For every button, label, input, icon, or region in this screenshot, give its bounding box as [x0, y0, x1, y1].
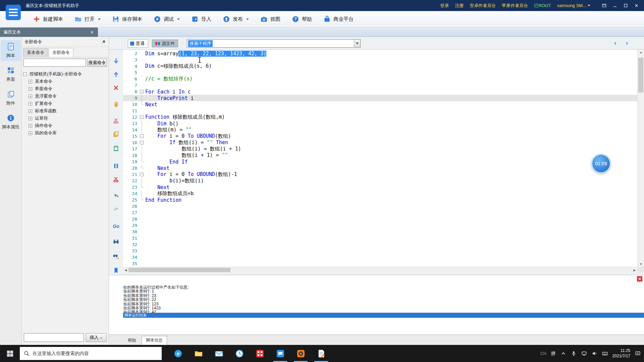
toolbar-button-导入[interactable]: 导入 — [188, 13, 215, 25]
toolbar-button-发布[interactable]: 发布 — [219, 13, 252, 25]
find-icon[interactable] — [112, 238, 120, 245]
code-line[interactable]: 30 — [123, 229, 637, 235]
insert-input[interactable] — [24, 333, 84, 342]
toolbar-button-帮助[interactable]: ?帮助 — [288, 13, 315, 25]
tree-root[interactable]: -按键精灵(手机版)-全部命令 — [23, 70, 107, 78]
code-line[interactable]: 6//c = 数组排序(s) — [123, 76, 637, 82]
source-file-button[interactable]: 源文件 — [152, 40, 178, 47]
nox-app-taskbar-button[interactable] — [290, 345, 311, 362]
code-line[interactable]: 13 Dim b() — [123, 120, 637, 127]
anjian-app-taskbar-button[interactable] — [270, 345, 290, 362]
code-line[interactable]: 27 — [123, 209, 637, 216]
expand-icon[interactable]: + — [29, 102, 32, 106]
mail-taskbar-button[interactable] — [209, 345, 229, 362]
titlebar-link[interactable]: 安卓作者后台 — [470, 3, 496, 9]
language-indicator[interactable]: CH — [540, 351, 546, 356]
combo-dropdown-icon[interactable] — [354, 40, 360, 47]
move-up-icon[interactable] — [112, 71, 120, 78]
close-output-icon[interactable]: ✕ — [637, 276, 642, 282]
sidebar-item-界面[interactable]: 界面 — [1, 64, 21, 85]
code-line[interactable]: 2Dim s=array(1, 23, 22, 123, 1423, 42, 3… — [123, 50, 637, 57]
toolbar-button-打开[interactable]: 打开 — [71, 13, 104, 25]
fold-collapse-icon[interactable]: - — [140, 141, 144, 144]
code-line[interactable]: 34 — [123, 254, 637, 260]
redo-icon[interactable] — [112, 205, 120, 213]
device-selector[interactable]: samsung SM... — [557, 3, 590, 8]
nav-back-icon[interactable]: ‹ — [614, 39, 616, 47]
panel-tab-脚本信息[interactable]: 脚本信息 — [142, 336, 167, 345]
tree-item-基本命令[interactable]: +基本命令 — [23, 78, 107, 85]
document-tab[interactable]: 遍历文本 ✕ — [0, 27, 98, 37]
toolbar-button-抓图[interactable]: 抓图 — [257, 13, 284, 25]
fold-collapse-icon[interactable]: - — [140, 115, 144, 119]
titlebar-link[interactable]: 登录 — [440, 3, 449, 9]
keyboard-icon[interactable] — [602, 351, 608, 356]
horizontal-scroll-thumb[interactable] — [128, 268, 230, 272]
network-icon[interactable] — [581, 351, 587, 356]
bookmark-icon[interactable] — [112, 267, 120, 274]
ime-indicator[interactable]: 拼 — [551, 351, 556, 357]
command-search-input[interactable] — [23, 59, 86, 67]
fold-margin[interactable]: - — [140, 133, 145, 139]
paste-icon[interactable] — [112, 144, 120, 152]
scroll-left-icon[interactable]: ◀ — [123, 267, 128, 273]
code-line[interactable]: 35 — [123, 260, 637, 267]
delete-icon[interactable] — [112, 84, 120, 92]
clock-app-taskbar-button[interactable] — [229, 345, 250, 362]
code-line[interactable]: 8-For Each i In c — [123, 88, 637, 95]
action-center-icon[interactable] — [635, 351, 641, 356]
panel-tab-帮助[interactable]: 帮助 — [124, 337, 140, 345]
sidebar-item-脚本[interactable]: 脚本 — [1, 40, 21, 61]
fold-margin[interactable]: - — [140, 88, 145, 95]
fold-collapse-icon[interactable]: - — [140, 90, 144, 94]
fold-collapse-icon[interactable]: - — [140, 134, 144, 138]
find-next-icon[interactable] — [112, 252, 120, 260]
taskbar-search[interactable]: 在这里输入你要搜索的内容 — [20, 347, 162, 360]
code-line[interactable]: 22 b(i)=数组(i) — [123, 178, 637, 184]
mic-icon[interactable] — [571, 351, 577, 356]
titlebar-link[interactable]: 苹果作者后台 — [502, 3, 528, 9]
code-line[interactable]: 4Dim c=移除数组成员(s, 6) — [123, 63, 637, 69]
expand-icon[interactable]: + — [29, 109, 32, 113]
fold-margin[interactable]: - — [140, 171, 145, 178]
start-button[interactable] — [0, 345, 20, 362]
command-search-button[interactable]: 搜索命令 — [87, 59, 107, 67]
code-line[interactable]: 9 TracePrint i — [123, 95, 637, 101]
expand-icon[interactable]: + — [29, 87, 32, 91]
pin-icon[interactable] — [101, 40, 106, 44]
go-button[interactable]: Go — [112, 224, 120, 229]
script-doc-app-taskbar-button[interactable] — [311, 345, 331, 362]
code-line[interactable]: 24 移除数组成员=b — [123, 190, 637, 197]
command-tab-全部命令[interactable]: 全部命令 — [49, 48, 73, 57]
edge-taskbar-button[interactable]: e — [168, 345, 188, 362]
fold-margin[interactable]: - — [140, 114, 145, 120]
sidebar-item-附件[interactable]: 附件 — [1, 88, 21, 109]
code-line[interactable]: 5 — [123, 69, 637, 76]
normal-mode-tab[interactable]: 普通 — [128, 39, 148, 48]
code-line[interactable]: 15- For i = 0 To UBOUND(数组) — [123, 133, 637, 139]
code-line[interactable]: 7 — [123, 82, 637, 88]
close-button[interactable] — [632, 2, 641, 9]
pause-icon[interactable] — [112, 162, 120, 170]
code-line[interactable]: 26 — [123, 203, 637, 209]
code-line[interactable]: 16- If 数组(i) = "" Then — [123, 139, 637, 146]
code-line[interactable]: 12-Function 移除数组成员(数组,m) — [123, 114, 637, 120]
collapse-icon[interactable]: - — [23, 72, 27, 76]
tree-item-悬浮窗命令[interactable]: +悬浮窗命令 — [23, 93, 107, 100]
tree-item-插件命令[interactable]: +插件命令 — [23, 122, 107, 129]
code-line[interactable]: 18 数组(i + 1) = "" — [123, 152, 637, 159]
insert-button[interactable]: 插入→ — [86, 333, 107, 342]
code-line[interactable]: 31 — [123, 235, 637, 241]
explorer-taskbar-button[interactable] — [188, 345, 209, 362]
tree-item-扩展命令[interactable]: +{}扩展命令 — [23, 100, 107, 107]
break-icon[interactable] — [112, 176, 120, 183]
skin-button[interactable] — [600, 2, 608, 9]
nav-forward-icon[interactable]: › — [626, 39, 628, 47]
expand-icon[interactable]: + — [29, 95, 32, 98]
expand-icon[interactable]: + — [29, 131, 32, 135]
toolbar-button-新建脚本[interactable]: 新建脚本 — [30, 13, 66, 25]
subroutine-search-combo[interactable]: 搜索子程序 — [187, 39, 361, 48]
expand-icon[interactable]: + — [29, 124, 32, 128]
chevron-up-icon[interactable] — [560, 351, 566, 356]
command-tab-基本命令[interactable]: 基本命令 — [23, 48, 48, 57]
